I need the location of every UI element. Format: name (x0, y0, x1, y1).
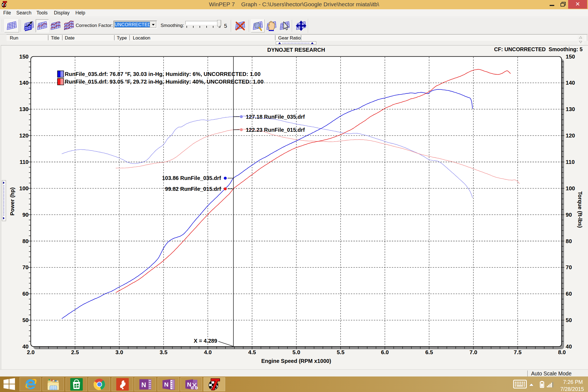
svg-text:122.23 RunFile_015.drf: 122.23 RunFile_015.drf (246, 127, 305, 133)
svg-text:7.0: 7.0 (470, 349, 477, 355)
svg-text:40: 40 (566, 343, 572, 350)
svg-text:50: 50 (566, 317, 572, 323)
svg-text:100: 100 (19, 185, 29, 191)
svg-text:8.0: 8.0 (558, 349, 566, 355)
svg-text:130: 130 (19, 106, 29, 112)
svg-text:4.5: 4.5 (248, 349, 256, 355)
svg-text:3.5: 3.5 (160, 349, 168, 355)
svg-text:60: 60 (22, 290, 29, 297)
svg-text:99.82 RunFile_015.drf: 99.82 RunFile_015.drf (165, 186, 221, 192)
svg-text:40: 40 (22, 343, 29, 350)
svg-text:DYNOJET RESEARCH: DYNOJET RESEARCH (267, 47, 325, 53)
svg-text:Engine Speed (RPM x1000): Engine Speed (RPM x1000) (261, 358, 331, 364)
svg-text:90: 90 (566, 212, 572, 218)
svg-text:X = 4.289: X = 4.289 (194, 338, 217, 344)
svg-text:Power (hp): Power (hp) (9, 187, 15, 215)
svg-text:3.0: 3.0 (115, 349, 123, 355)
svg-text:90: 90 (22, 212, 29, 218)
svg-text:130: 130 (566, 106, 575, 112)
svg-text:140: 140 (19, 79, 29, 86)
svg-text:120: 120 (19, 132, 29, 139)
svg-text:N: N (187, 381, 191, 388)
svg-text:Torque (ft-lbs): Torque (ft-lbs) (577, 191, 583, 228)
svg-text:RunFile_035.drf: 76.87 °F, 30.: RunFile_035.drf: 76.87 °F, 30.03 in-Hg, … (65, 71, 261, 77)
svg-text:2.0: 2.0 (27, 349, 35, 355)
svg-text:70: 70 (566, 264, 572, 270)
svg-text:N: N (164, 381, 169, 388)
svg-text:7.5: 7.5 (514, 349, 522, 355)
svg-text:150: 150 (19, 53, 29, 60)
svg-text:140: 140 (566, 79, 575, 86)
svg-text:80: 80 (566, 238, 572, 244)
svg-text:80: 80 (22, 238, 29, 244)
svg-text:5.0: 5.0 (292, 349, 300, 355)
svg-text:6.5: 6.5 (425, 349, 433, 355)
svg-text:120: 120 (566, 132, 575, 139)
svg-text:50: 50 (22, 317, 29, 323)
svg-text:5.5: 5.5 (337, 349, 345, 355)
svg-text:103.86 RunFile_035.drf: 103.86 RunFile_035.drf (162, 175, 221, 181)
svg-text:6.0: 6.0 (381, 349, 389, 355)
svg-text:70: 70 (22, 264, 29, 270)
svg-text:2.5: 2.5 (71, 349, 79, 355)
svg-text:CF: UNCORRECTED Smoothing: 5: CF: UNCORRECTED Smoothing: 5 (494, 46, 583, 52)
svg-text:N: N (141, 381, 146, 388)
svg-text:100: 100 (566, 185, 575, 191)
svg-text:RunFile_015.drf: 93.05 °F, 29.: RunFile_015.drf: 93.05 °F, 29.72 in-Hg, … (65, 79, 264, 85)
svg-text:110: 110 (20, 159, 29, 165)
svg-text:150: 150 (566, 53, 575, 60)
svg-text:127.18 RunFile_035.drf: 127.18 RunFile_035.drf (246, 114, 305, 120)
svg-text:110: 110 (566, 159, 575, 165)
svg-text:60: 60 (566, 290, 572, 297)
svg-text:4.0: 4.0 (204, 349, 212, 355)
